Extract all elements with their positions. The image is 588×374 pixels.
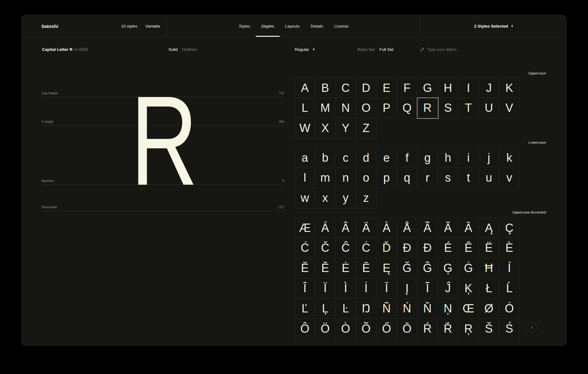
glyph-cell[interactable]: Ø <box>479 299 499 319</box>
glyph-cell[interactable]: M <box>315 98 336 118</box>
full-set-button[interactable]: Full Set <box>379 46 394 53</box>
glyph-cell[interactable]: Ŀ <box>336 299 356 319</box>
glyph-cell[interactable]: Ĝ <box>417 258 438 278</box>
glyph-cell[interactable]: Ļ <box>315 299 336 319</box>
style-selector-dropdown[interactable]: Regular <box>295 46 314 53</box>
glyph-cell[interactable]: Ġ <box>458 258 479 278</box>
glyph-cell[interactable]: Ĩ <box>417 278 438 299</box>
glyph-cell[interactable]: e <box>376 148 397 168</box>
glyph-cell[interactable]: Ś <box>499 319 520 339</box>
glyph-cell[interactable]: n <box>336 168 356 188</box>
glyph-cell[interactable]: t <box>458 168 479 188</box>
glyph-cell[interactable]: Ĉ <box>336 238 356 258</box>
variable-link[interactable]: Variable <box>145 24 160 28</box>
glyph-cell[interactable]: Ŕ <box>417 319 438 339</box>
glyph-cell[interactable]: Ă <box>438 218 458 238</box>
glyph-cell[interactable]: Æ <box>295 218 315 238</box>
glyph-cell[interactable]: Ð <box>417 238 438 258</box>
glyph-cell[interactable]: Ċ <box>356 238 376 258</box>
glyph-cell[interactable]: Ã <box>417 218 438 238</box>
glyph-cell[interactable]: z <box>356 188 376 208</box>
glyph-cell[interactable]: Ï <box>315 278 336 299</box>
glyph-cell[interactable]: Ē <box>356 258 376 278</box>
glyph-cell[interactable]: H <box>438 78 458 98</box>
glyph-cell[interactable]: l <box>295 168 315 188</box>
tab-details[interactable]: Details <box>305 15 329 37</box>
mode-solid-button[interactable]: Solid <box>168 46 178 53</box>
glyph-cell[interactable]: w <box>295 188 315 208</box>
glyph-cell[interactable]: u <box>479 168 499 188</box>
glyph-cell[interactable]: Đ <box>397 238 417 258</box>
glyph-cell[interactable]: V <box>499 98 520 118</box>
glyph-cell[interactable]: Ň <box>417 299 438 319</box>
glyph-cell[interactable]: f <box>397 148 417 168</box>
glyph-cell[interactable]: Ê <box>458 238 479 258</box>
glyph-cell[interactable] <box>315 339 336 346</box>
glyph-cell[interactable] <box>499 339 520 346</box>
basic-set-button[interactable]: Basic Set <box>357 46 375 53</box>
glyph-cell[interactable]: Ò <box>336 319 356 339</box>
glyph-cell[interactable]: s <box>438 168 458 188</box>
glyph-cell[interactable]: Ķ <box>458 278 479 299</box>
glyph-cell[interactable]: S <box>438 98 458 118</box>
glyph-cell[interactable]: J <box>479 78 499 98</box>
glyph-cell[interactable]: Ĺ <box>499 278 520 299</box>
glyph-cell[interactable]: F <box>397 78 417 98</box>
glyph-cell[interactable]: T <box>458 98 479 118</box>
glyph-cell[interactable] <box>417 339 438 346</box>
glyph-cell[interactable]: h <box>438 148 458 168</box>
glyph-cell[interactable]: W <box>295 118 315 138</box>
glyph-cell[interactable]: P <box>376 98 397 118</box>
glyph-cell[interactable]: Å <box>397 218 417 238</box>
styles-selected-dropdown[interactable]: 2 Styles Selected <box>420 15 566 37</box>
glyph-cell[interactable]: Â <box>336 218 356 238</box>
glyph-cell[interactable]: Ë <box>479 238 499 258</box>
glyph-cell[interactable]: Z <box>356 118 376 138</box>
glyph-cell[interactable]: g <box>417 148 438 168</box>
glyph-cell[interactable]: Ì <box>336 278 356 299</box>
glyph-cell[interactable]: D <box>356 78 376 98</box>
glyph-cell[interactable]: Q <box>397 98 417 118</box>
glyph-cell[interactable]: Ä <box>356 218 376 238</box>
glyph-cell[interactable]: A <box>295 78 315 98</box>
glyph-cell[interactable]: Ŗ <box>458 319 479 339</box>
glyph-cell[interactable] <box>479 339 499 346</box>
glyph-cell[interactable]: Ħ <box>479 258 499 278</box>
styles-count-link[interactable]: 10 styles <box>121 24 137 28</box>
glyph-cell[interactable]: Ł <box>479 278 499 299</box>
brand-logo[interactable]: Satoshi <box>41 24 58 29</box>
glyph-cell[interactable]: y <box>336 188 356 208</box>
glyph-cell[interactable]: a <box>295 148 315 168</box>
tab-styles[interactable]: Styles <box>233 15 256 37</box>
glyph-cell[interactable]: L <box>295 98 315 118</box>
glyph-cell[interactable]: Ĕ <box>295 258 315 278</box>
glyph-cell[interactable]: Š <box>479 319 499 339</box>
glyph-cell[interactable]: Ŋ <box>356 299 376 319</box>
glyph-cell[interactable]: Í <box>499 258 520 278</box>
glyph-cell[interactable]: B <box>315 78 336 98</box>
tab-glyphs[interactable]: Glyphs <box>256 15 280 37</box>
glyph-cell[interactable] <box>438 339 458 346</box>
glyph-cell[interactable]: Ó <box>499 299 520 319</box>
glyph-cell[interactable]: Y <box>336 118 356 138</box>
glyph-cell-selected[interactable]: R <box>417 98 438 118</box>
glyph-cell[interactable]: Ö <box>315 319 336 339</box>
glyph-cell[interactable]: Ě <box>315 258 336 278</box>
glyph-cell[interactable]: r <box>417 168 438 188</box>
glyph-cell[interactable]: Á <box>315 218 336 238</box>
glyph-cell[interactable] <box>397 339 417 346</box>
glyph-cell[interactable]: d <box>356 148 376 168</box>
glyph-cell[interactable]: Ľ <box>295 299 315 319</box>
glyph-cell[interactable]: Ģ <box>438 258 458 278</box>
glyph-cell[interactable]: c <box>336 148 356 168</box>
glyph-cell[interactable]: İ <box>356 278 376 299</box>
glyph-cell[interactable]: Į <box>397 278 417 299</box>
glyph-cell[interactable] <box>336 339 356 346</box>
glyph-cell[interactable]: k <box>499 148 520 168</box>
glyph-cell[interactable] <box>458 339 479 346</box>
glyph-cell[interactable] <box>376 339 397 346</box>
scroll-top-button[interactable]: ↑ <box>526 322 537 333</box>
glyph-cell[interactable]: b <box>315 148 336 168</box>
glyph-cell[interactable]: Ā <box>458 218 479 238</box>
glyph-cell[interactable]: Œ <box>458 299 479 319</box>
